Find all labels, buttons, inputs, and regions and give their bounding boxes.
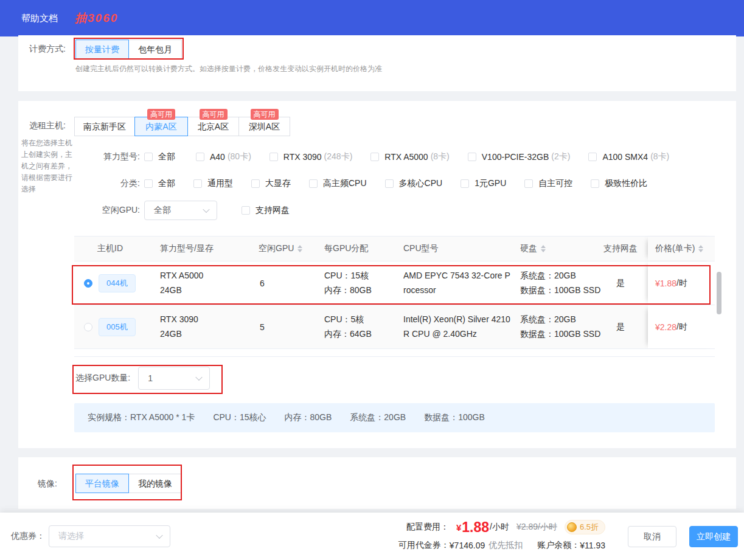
category-option-all[interactable]: 全部 [144,178,175,189]
option-label: 全部 [158,178,175,189]
model-cell: RTX 309024GB [155,314,246,340]
checkbox-icon[interactable] [196,153,204,161]
idle-gpu-filter-label: 空闲GPU: [18,205,140,216]
category-option-multicore[interactable]: 多核心CPU [385,178,443,189]
voucher-amount: ¥7146.09 [450,541,485,550]
category-option-highfreq[interactable]: 高主频CPU [309,178,367,189]
chevron-down-icon [156,532,162,539]
high-availability-badge: 高可用 [147,109,175,120]
checkbox-icon[interactable] [588,153,597,161]
idle-gpu-select[interactable]: 全部 [144,201,217,220]
checkbox-icon[interactable] [370,153,379,161]
col-price[interactable]: 价格(单卡) [648,237,715,261]
option-label: 大显存 [265,178,291,189]
voucher-note: 优先抵扣 [488,540,523,551]
tab-pay-as-you-go[interactable]: 按量计费 [75,40,129,59]
fee-label: 配置费用： [406,522,449,533]
col-netdisk: 支持网盘 [593,237,648,261]
zone-tab-beijing[interactable]: 高可用 北京A区 [187,117,239,136]
table-bottom-space [74,349,715,357]
col-cpu-model: CPU型号 [398,237,514,261]
option-label: 高主频CPU [323,178,367,189]
instance-spec-strip: 实例规格：RTX A5000 * 1卡 CPU：15核心 内存：80GB 系统盘… [74,403,715,432]
coupon-select[interactable]: 请选择 [49,525,170,547]
tab-my-image[interactable]: 我的镜像 [128,474,182,493]
table-row-005[interactable]: 005机 RTX 309024GB 5 CPU：5核内存：64GB Intel(… [74,305,715,349]
row-radio-selected[interactable] [84,279,92,288]
host-table: 主机ID 算力型号/显存 空闲GPU 每GPU分配 CPU型号 硬盘 支持网盘 … [74,236,715,357]
category-option-bigvram[interactable]: 大显存 [251,178,291,189]
category-option-general[interactable]: 通用型 [193,178,233,189]
category-option-costperf[interactable]: 极致性价比 [591,178,647,189]
gpu-model-option-rtx3090[interactable]: RTX 3090(248卡) [269,151,352,162]
gpu-model-filter-label: 算力型号: [18,151,140,162]
billing-tabs: 按量计费 包年包月 [75,40,182,59]
zone-tab-shenzhen[interactable]: 高可用 深圳A区 [238,117,290,136]
option-count: (80卡) [228,151,251,162]
fixed-price-column-extension [648,349,715,354]
tab-subscription[interactable]: 包年包月 [128,40,182,59]
zone-tab-label: 北京A区 [198,122,229,131]
col-host-id: 主机ID [74,237,155,261]
promo-link[interactable]: 抽3060 [75,10,118,26]
price-cell: ¥2.28/时 [648,305,715,348]
gpu-qty-value: 1 [148,373,153,383]
sort-caret-icon[interactable] [698,245,703,252]
zone-tab-neimeng[interactable]: 高可用 内蒙A区 [134,117,188,136]
fee-line-1: 配置费用： ¥ 1.88 /小时 ¥2.89/小时 6.5折 [398,518,605,536]
help-doc-link[interactable]: 帮助文档 [21,13,58,24]
top-navbar: 帮助文档 抽3060 [0,0,744,36]
checkbox-icon[interactable] [461,179,469,188]
table-scrollbar-thumb[interactable] [717,272,721,314]
checkbox-icon[interactable] [468,153,476,161]
category-option-autonomous[interactable]: 自主可控 [524,178,572,189]
col-per-gpu: 每GPU分配 [319,237,398,261]
checkbox-icon[interactable] [385,179,394,188]
checkbox-icon[interactable] [309,179,318,188]
gpu-model-option-a100[interactable]: A100 SMX4(8卡) [588,151,669,162]
gpu-model-option-a40[interactable]: A40(80卡) [196,151,251,162]
sort-caret-icon[interactable] [297,245,302,252]
gpu-qty-select[interactable]: 1 [138,367,210,390]
high-availability-badge: 高可用 [251,109,279,120]
checkbox-icon[interactable] [269,153,278,161]
option-label: 1元GPU [475,178,506,189]
zone-tab-nanjing[interactable]: 南京新手区 [74,117,135,136]
checkbox-icon[interactable] [193,179,202,188]
checkbox-icon[interactable] [144,179,153,188]
option-label: 极致性价比 [605,178,647,189]
category-filter-row: 分类: 全部 通用型 大显存 高主频CPU 多核心CPU 1元GPU 自主可控 … [18,176,666,191]
coupon-label: 优惠券： [11,531,45,542]
gpu-qty-label: 选择GPU数量: [75,373,130,384]
col-disk[interactable]: 硬盘 [514,237,593,261]
cpu-model-cell: AMD EPYC 7543 32-Core Processor [398,270,514,296]
row-radio-unselected[interactable] [84,323,92,331]
netdisk-cell: 是 [593,278,648,289]
checkbox-icon[interactable] [251,179,260,188]
gpu-model-option-rtxa5000[interactable]: RTX A5000(8卡) [370,151,449,162]
create-button[interactable]: 立即创建 [689,526,738,547]
col-idle-gpu[interactable]: 空闲GPU [246,237,319,261]
netdisk-cell: 是 [593,322,648,333]
host-id-badge[interactable]: 005机 [99,318,136,336]
billing-hint: 创建完主机后仍然可以转换计费方式。如选择按量计费，价格发生变动以实例开机时的价格… [75,64,382,74]
host-id-cell: 044机 [74,274,155,292]
category-option-1yuan[interactable]: 1元GPU [461,178,506,189]
option-label: A100 SMX4 [602,152,648,162]
checkbox-icon[interactable] [242,206,250,215]
checkbox-icon[interactable] [524,179,533,188]
checkbox-icon[interactable] [591,179,599,188]
table-row-044[interactable]: 044机 RTX A500024GB 6 CPU：15核内存：80GB AMD … [74,261,715,305]
checkbox-icon[interactable] [144,153,153,161]
netdisk-option[interactable]: 支持网盘 [242,205,290,216]
tab-platform-image[interactable]: 平台镜像 [75,474,129,493]
sort-caret-icon[interactable] [541,245,546,252]
gpu-model-option-v100[interactable]: V100-PCIE-32GB(2卡) [468,151,571,162]
gpu-model-option-all[interactable]: 全部 [144,151,178,162]
option-count: (8卡) [431,151,450,162]
high-availability-badge: 高可用 [200,109,228,120]
cancel-button[interactable]: 取消 [628,526,676,547]
host-id-badge[interactable]: 044机 [99,274,136,292]
option-label: V100-PCIE-32GB [482,152,549,162]
zone-tab-label: 深圳A区 [249,122,280,131]
